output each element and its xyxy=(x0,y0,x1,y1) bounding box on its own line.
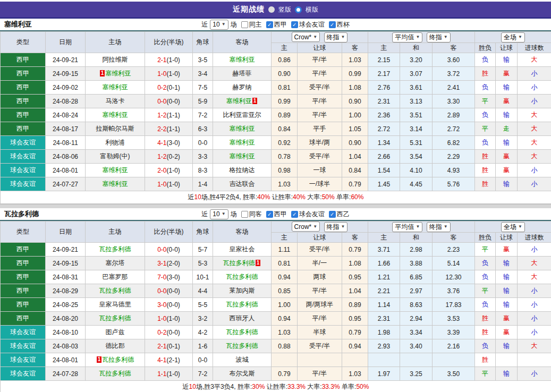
away-team-cell: 赫罗纳 xyxy=(213,81,272,95)
league-checkbox-segunda[interactable]: ✓ xyxy=(329,211,336,218)
home-team-link[interactable]: 拉斯帕尔马斯 xyxy=(96,125,134,132)
summary-line: 近10场,胜4平2负4, 胜率:40% 让胜率:40% 大率:50% 单率:60… xyxy=(1,191,551,204)
match-type-cell: 西甲 xyxy=(1,108,46,122)
match-date-cell: 24-09-21 xyxy=(46,53,86,67)
away-team-link[interactable]: 布尔戈斯 xyxy=(230,370,255,377)
home-team-link[interactable]: 阿拉维斯 xyxy=(103,56,128,63)
sub-header-outcome: 胜负 xyxy=(475,233,496,243)
away-team-link[interactable]: 瓦拉多利德 xyxy=(226,273,258,280)
result-outcome-cell: 负 xyxy=(475,298,496,312)
team-name: 瓦拉多利德 xyxy=(4,209,39,219)
crow-away-odds-cell: 0.95 xyxy=(342,270,368,284)
match-row: 西甲24-08-25皇家马德里3-0(0-0)5-5瓦拉多利德1.00两/两球半… xyxy=(1,298,551,312)
away-team-link[interactable]: 塞维利亚 xyxy=(230,125,255,132)
away-team-link[interactable]: 赫罗纳 xyxy=(233,83,252,91)
league-label-laliga: 西甲 xyxy=(274,210,287,219)
home-team-link[interactable]: 富勒姆(中) xyxy=(100,152,130,160)
match-row: 西甲24-09-02塞维利亚0-2(0-1)7-5赫罗纳0.81受平/半1.08… xyxy=(1,81,551,95)
sub-header-handicap-result: 让球 xyxy=(496,43,518,53)
away-team-link[interactable]: 塞维利亚 xyxy=(226,97,252,105)
away-team-link[interactable]: 瓦拉多利德 xyxy=(226,301,258,308)
average-select[interactable]: 平均值▼ xyxy=(392,222,422,232)
away-team-link[interactable]: 赫塔菲 xyxy=(233,70,252,77)
away-team-link[interactable]: 瓦拉多利德 xyxy=(226,328,258,336)
home-team-link[interactable]: 瓦拉多利德 xyxy=(99,245,131,253)
summary-segment: 10 xyxy=(194,193,201,201)
chevron-down-icon: ▼ xyxy=(416,35,420,39)
avg-home-odds-cell: 2.36 xyxy=(368,108,400,122)
away-team-link[interactable]: 瓦拉多利德 xyxy=(223,259,255,267)
away-team-link[interactable]: 瓦拉多利德 xyxy=(226,342,258,350)
corner-cell: 7-2 xyxy=(193,367,213,381)
away-team-link[interactable]: 比利亚雷亚尔 xyxy=(223,111,261,118)
layout-horizontal-radio[interactable] xyxy=(295,6,302,13)
games-count-select[interactable]: 10▼ xyxy=(210,209,228,219)
home-team-link[interactable]: 塞维利亚 xyxy=(105,70,131,77)
corner-cell: 5-7 xyxy=(193,243,213,257)
away-team-link[interactable]: 吉达联合 xyxy=(230,180,255,188)
home-team-link[interactable]: 瓦拉多利德 xyxy=(99,370,131,377)
home-team-link[interactable]: 瓦拉多利德 xyxy=(99,314,131,322)
halftime-score: (1-0) xyxy=(167,70,180,78)
away-team-link[interactable]: 格拉纳达 xyxy=(230,166,255,174)
layout-horizontal-label: 横版 xyxy=(306,5,318,14)
final-odds-value-2: 终指 xyxy=(429,223,442,232)
col-header-away: 客场 xyxy=(213,32,272,53)
final-odds-select-2[interactable]: 终指▼ xyxy=(427,222,451,232)
away-team-link[interactable]: 塞维利亚 xyxy=(230,56,255,63)
home-team-link[interactable]: 皇家马德里 xyxy=(99,301,131,308)
games-count-select[interactable]: 10▼ xyxy=(210,20,228,30)
fulltime-score: 1-1 xyxy=(157,370,166,378)
home-team-link[interactable]: 塞维利亚 xyxy=(103,166,128,174)
home-team-link[interactable]: 马洛卡 xyxy=(106,97,125,105)
home-team-link[interactable]: 瓦拉多利德 xyxy=(99,287,131,294)
away-team-link[interactable]: 塞维利亚 xyxy=(230,152,255,160)
avg-away-odds-cell: 3.76 xyxy=(433,284,475,298)
away-team-link[interactable]: 塞维利亚 xyxy=(230,139,255,146)
halftime-score: (1-0) xyxy=(167,56,180,64)
same-venue-checkbox[interactable] xyxy=(241,21,248,28)
home-team-link[interactable]: 利物浦 xyxy=(106,139,125,146)
final-odds-select-1[interactable]: 终指▼ xyxy=(324,222,348,232)
league-checkbox-cup[interactable]: ✓ xyxy=(329,21,336,28)
halftime-score: (0-1) xyxy=(167,343,180,350)
crow-company-select[interactable]: Crow*▼ xyxy=(292,32,320,42)
away-team-link[interactable]: 莱加内斯 xyxy=(230,287,255,294)
sub-header-outcome: 胜负 xyxy=(475,43,496,53)
home-team-link[interactable]: 图卢兹 xyxy=(106,328,125,336)
col-header-score: 比分(半场) xyxy=(145,32,193,53)
home-team-cell: 瓦拉多利德 xyxy=(86,284,145,298)
result-outcome-cell: 胜 xyxy=(475,164,496,177)
home-team-link[interactable]: 德比郡 xyxy=(106,342,125,350)
league-checkbox-laliga[interactable]: ✓ xyxy=(266,21,273,28)
home-team-link[interactable]: 塞尔塔 xyxy=(106,259,125,267)
filter-bar: 近 10▼ 场 同主 ✓ 西甲 ✓ 球会友谊 ✓ 西杯 xyxy=(201,20,349,30)
home-team-cell: 瓦拉多利德 xyxy=(86,243,145,257)
average-select[interactable]: 平均值▼ xyxy=(392,32,422,42)
layout-vertical-radio[interactable] xyxy=(268,6,275,13)
home-team-cell: 拉斯帕尔马斯 xyxy=(86,122,145,136)
league-checkbox-friendly[interactable]: ✓ xyxy=(291,21,298,28)
score-cell: 2-1(0-1) xyxy=(145,339,193,353)
home-team-link[interactable]: 塞维利亚 xyxy=(103,180,128,188)
match-date-cell: 24-08-03 xyxy=(46,339,86,353)
final-odds-select-2[interactable]: 终指▼ xyxy=(427,32,451,42)
home-team-link[interactable]: 瓦拉多利德 xyxy=(102,356,134,363)
avg-home-odds-cell: 1.45 xyxy=(368,177,400,191)
fullmatch-select[interactable]: 全场▼ xyxy=(501,32,525,42)
same-venue-checkbox[interactable] xyxy=(241,211,248,218)
fullmatch-select[interactable]: 全场▼ xyxy=(501,222,525,232)
away-team-link[interactable]: 波城 xyxy=(236,356,249,363)
crow-company-select[interactable]: Crow*▼ xyxy=(292,221,320,232)
league-checkbox-laliga[interactable]: ✓ xyxy=(266,211,273,218)
score-cell: 3-1(2-0) xyxy=(145,257,193,270)
home-team-link[interactable]: 塞维利亚 xyxy=(103,111,128,118)
home-team-link[interactable]: 塞维利亚 xyxy=(103,83,128,91)
league-checkbox-friendly[interactable]: ✓ xyxy=(291,211,298,218)
home-team-link[interactable]: 巴塞罗那 xyxy=(103,273,128,280)
away-team-link[interactable]: 皇家社会 xyxy=(230,245,255,253)
final-odds-select-1[interactable]: 终指▼ xyxy=(324,32,348,42)
result-outcome-cell: 平 xyxy=(475,367,496,381)
away-team-link[interactable]: 西班牙人 xyxy=(230,314,255,322)
avg-draw-odds-cell: 6.85 xyxy=(400,270,433,284)
